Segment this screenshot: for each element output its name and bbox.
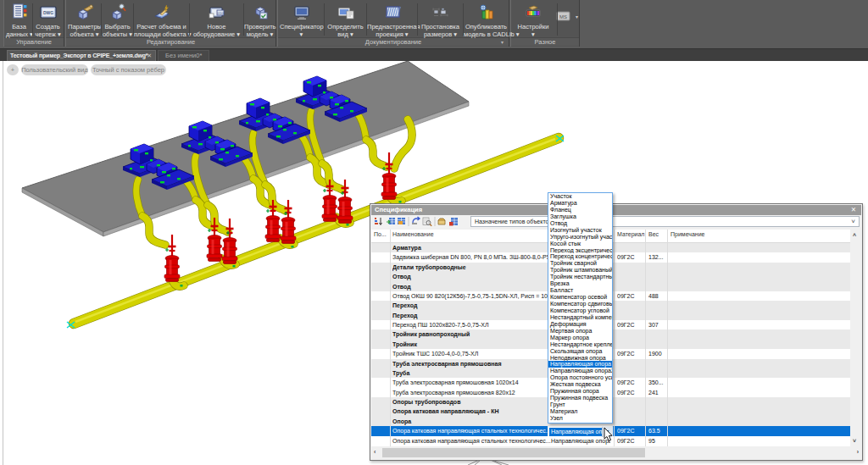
svg-text:010: 010 bbox=[217, 11, 224, 15]
svg-text:DWG: DWG bbox=[42, 10, 53, 15]
svg-text:MS: MS bbox=[559, 14, 567, 19]
